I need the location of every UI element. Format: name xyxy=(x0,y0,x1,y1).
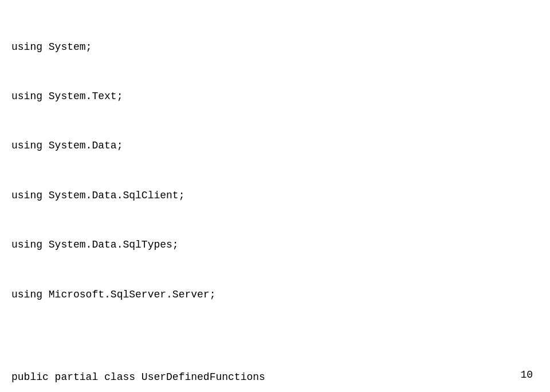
code-line-1: using System; xyxy=(11,39,539,56)
code-line-2: using System.Text; xyxy=(11,88,539,105)
code-line-8: public partial class UserDefinedFunction… xyxy=(11,369,539,386)
code-line-6: using Microsoft.SqlServer.Server; xyxy=(11,287,539,303)
code-block: using System; using System.Text; using S… xyxy=(0,0,550,392)
page-number: 10 xyxy=(520,369,533,381)
code-line-3: using System.Data; xyxy=(11,138,539,154)
code-line-4: using System.Data.SqlClient; xyxy=(11,187,539,204)
code-line-5: using System.Data.SqlTypes; xyxy=(11,237,539,253)
